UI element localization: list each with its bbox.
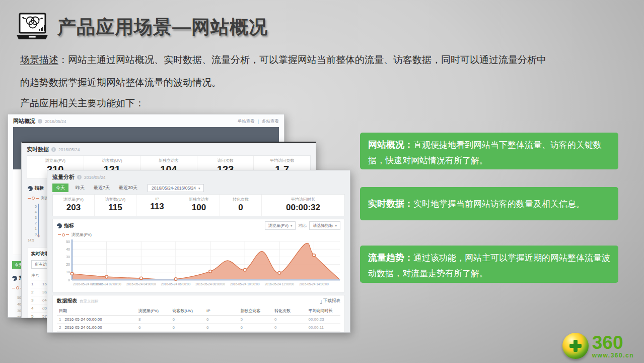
data-point-marker — [209, 270, 212, 273]
callout-title: 网站概况： — [368, 140, 413, 150]
tab-今天[interactable]: 今天 — [52, 184, 68, 192]
overview-date: 2016/05/24 — [45, 119, 66, 124]
cell: 00:00:05 — [307, 332, 341, 333]
download-report-button[interactable]: 下载报表 — [320, 298, 340, 304]
x-tick-label: 2016-05-24 02:00:00 — [92, 282, 121, 286]
tab-昨天[interactable]: 昨天 — [74, 184, 87, 192]
data-point-marker — [174, 278, 177, 281]
x-tick-label: 2016-05-24 04:00:00 — [126, 282, 156, 286]
traffic-stats-card: 浏览量(PV)203访客数(UV)115IP113新独立访客100转化次数0平均… — [52, 194, 345, 216]
stat-item: 平均访问时长00:00:32 — [261, 195, 344, 216]
x-tick-label: 2016-05-24 06:00:00 — [161, 282, 191, 286]
realtime-title: 实时数据 — [27, 146, 49, 153]
y-tick-label: 0 — [68, 278, 70, 282]
cell-date: 12016-05-24 00:00:00 — [57, 316, 136, 324]
y-tick-label: 50 — [66, 240, 70, 244]
area-fill — [72, 243, 340, 280]
realtime-header: 实时数据 2016/05/24 — [22, 143, 316, 155]
x-tick-label: 2016-05-24 10:00:00 — [230, 282, 260, 286]
column-header: 访客数(UV) — [171, 307, 205, 316]
chevron-down-icon — [335, 223, 337, 228]
y-axis-ticks: 543210 — [28, 204, 39, 237]
stat-label: 转化次数 — [220, 197, 261, 202]
cell: 4 — [136, 332, 171, 333]
cell: 6 — [171, 316, 205, 324]
metric-section-label: 指标 — [35, 185, 44, 192]
single-site-view-link[interactable]: 单站查看 — [238, 118, 255, 125]
cell-date: 32016-05-24 02:00:00 — [57, 332, 136, 333]
metric-dropdown[interactable]: 浏览量(PV) — [265, 221, 296, 230]
data-point-marker — [105, 275, 108, 278]
row-date: 2016-05-24 00:00:00 — [64, 317, 102, 322]
cell: 6 — [171, 324, 205, 332]
legend-marker-icon — [32, 197, 35, 200]
description-line1: ：网站主通过网站概况、实时数据、流量分析，可以掌握网站当前整体的流量、访客数据，… — [58, 54, 546, 65]
chevron-down-icon — [291, 223, 293, 228]
y-tick-label: 20 — [66, 263, 70, 266]
info-icon — [38, 119, 42, 124]
stat-label: 浏览量(PV) — [27, 158, 84, 163]
stat-label: 新独立访客 — [178, 197, 220, 202]
stat-label: IP — [136, 197, 178, 201]
table-row: 32016-05-24 02:00:004444000:00:05 — [57, 332, 340, 333]
stat-label: 访客数(UV) — [95, 197, 136, 202]
description-line2: 的趋势数据掌握近期网站整体流量的波动情况。 — [20, 77, 221, 88]
traffic-title: 流量分析 — [52, 173, 75, 181]
slide: 产品应用场景—网站概况 场景描述：网站主通过网站概况、实时数据、流量分析，可以掌… — [0, 0, 644, 363]
sub-heading: 产品应用相关主要功能如下： — [20, 97, 145, 110]
report-table: 日期浏览量(PV)访客数(UV)IP新独立访客转化次数平均访问时长 12016-… — [57, 307, 340, 333]
cell: 5 — [239, 316, 273, 324]
row-index: 2 — [59, 325, 61, 330]
column-header: 转化次数 — [272, 307, 307, 316]
metric-pie-icon — [57, 223, 62, 228]
y-tick: 3 — [28, 215, 37, 220]
logo-url: www.360.cn — [592, 352, 634, 358]
info-icon — [51, 147, 56, 152]
cell: 8 — [136, 316, 171, 324]
cell: 6 — [204, 324, 239, 332]
column-header: 新独立访客 — [239, 307, 273, 316]
column-header: 日期 — [57, 307, 136, 316]
stat-label: 平均访问页数 — [254, 158, 310, 163]
tab-最近30天[interactable]: 最近30天 — [117, 184, 139, 192]
x-tick-label: 2016-05-24 08:00:00 — [195, 282, 225, 286]
report-subtitle: 自定义指标 — [80, 299, 99, 304]
callout-title: 实时数据： — [368, 199, 413, 209]
cell: 4 — [171, 332, 205, 333]
cell: 0 — [272, 332, 307, 333]
date-range-picker[interactable]: 2016/05/24-2016/05/24 — [148, 184, 204, 192]
multi-site-view-link[interactable]: 多站查看 — [262, 118, 279, 125]
360-sphere-icon — [562, 333, 589, 359]
cell: 0 — [272, 316, 307, 324]
stat-label: 访问次数 — [197, 158, 254, 163]
column-header: 平均访问时长 — [307, 307, 341, 316]
callout-overview: 网站概况：直观便捷地看到网站当下整体流量、访客的关键数据，快速对网站情况有所了解… — [360, 133, 618, 169]
y-tick-label: 10 — [66, 270, 70, 274]
pv-trend-area-chart: 010203040502016-05-24 00:00:002016-05-24… — [57, 237, 346, 288]
cell: 6 — [239, 324, 273, 332]
data-point-marker — [313, 254, 316, 257]
metric-pie-icon — [12, 276, 17, 281]
stat-value: 113 — [136, 202, 178, 212]
traffic-header: 流量分析 2016/05/24 — [47, 170, 350, 183]
compare-label: 对比: — [298, 223, 307, 228]
row-index: 1 — [59, 317, 61, 322]
tab-最近7天[interactable]: 最近7天 — [92, 184, 112, 192]
column-header: IP — [204, 307, 239, 316]
compare-dropdown[interactable]: 请选择指标 — [309, 221, 340, 230]
page-title: 产品应用场景—网站概况 — [57, 15, 268, 40]
title-row: 产品应用场景—网站概况 — [15, 12, 268, 42]
stat-label: 新独立访客 — [140, 158, 197, 163]
description-label: 场景描述 — [20, 54, 58, 65]
metric-chart-card: 指标 浏览量(PV) 对比: 请选择指标 浏览量(PV) 01020304050… — [52, 219, 345, 292]
overview-header: 网站概况 2016/05/24 单站查看 | 多站查看 — [8, 114, 284, 127]
traffic-date: 2016/05/24 — [84, 175, 106, 180]
traffic-screenshot-panel: 流量分析 2016/05/24 今天昨天最近7天最近30天 2016/05/24… — [47, 170, 350, 333]
data-point-marker-icon: ◇ — [37, 234, 40, 238]
callout-title: 流量趋势： — [368, 253, 413, 263]
table-row: 22016-05-24 01:00:006666000:00:11 — [57, 324, 340, 332]
cell: 4 — [204, 332, 239, 333]
column-header: 浏览量(PV) — [136, 307, 171, 316]
row-date: 2016-05-24 01:00:00 — [64, 325, 102, 330]
cell: 4 — [239, 332, 273, 333]
